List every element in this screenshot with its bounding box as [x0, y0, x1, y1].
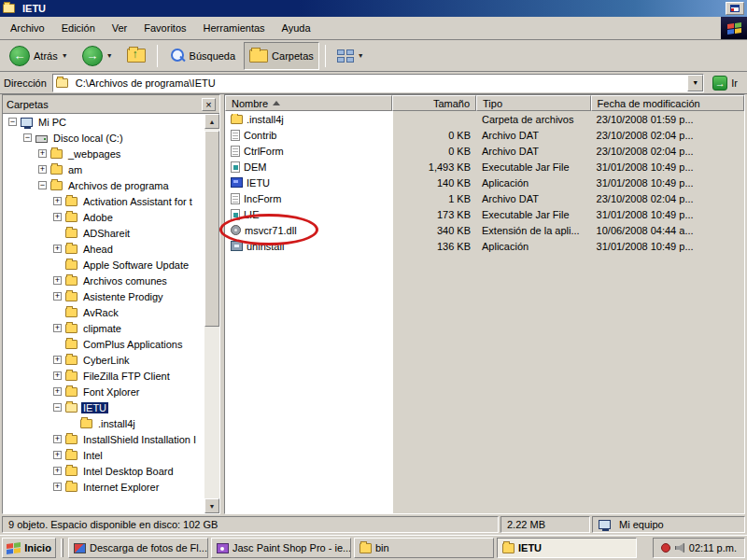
folder-icon — [80, 419, 92, 428]
tree-item-17[interactable]: + Font Xplorer — [3, 384, 204, 399]
tree-expander-icon[interactable]: − — [8, 118, 17, 126]
tree-item-18[interactable]: − IETU — [3, 399, 204, 415]
tree-item-3[interactable]: + am — [3, 161, 204, 177]
menu-item-1[interactable]: Edición — [53, 19, 104, 37]
tree-expander-icon[interactable]: − — [23, 133, 32, 142]
tree-item-label: ComPlus Applications — [81, 339, 184, 350]
tree-item-15[interactable]: + CyberLink — [3, 352, 204, 368]
column-header-2[interactable]: Tipo — [476, 95, 591, 111]
tree-item-10[interactable]: + Archivos comunes — [3, 273, 204, 288]
taskbar-task-0[interactable]: Descarga de fotos de Fl... — [68, 538, 208, 558]
tree-item-21[interactable]: + Intel — [3, 447, 204, 463]
tree-expander-icon[interactable]: + — [53, 483, 62, 491]
back-dropdown-icon[interactable]: ▼ — [62, 52, 68, 59]
tree-item-8[interactable]: + Ahead — [3, 241, 204, 257]
tree-item-9[interactable]: Apple Software Update — [3, 257, 204, 273]
tree-expander-icon[interactable]: − — [53, 403, 62, 412]
scroll-down-button[interactable]: ▼ — [204, 498, 219, 513]
menu-item-2[interactable]: Ver — [104, 19, 136, 37]
tree-item-12[interactable]: AvRack — [3, 304, 204, 320]
folder-icon — [65, 197, 78, 206]
column-header-1[interactable]: Tamaño — [392, 95, 476, 111]
tree-expander-icon[interactable]: + — [53, 451, 62, 459]
tree-expander-icon[interactable]: + — [53, 213, 62, 221]
file-type: Extensión de la apli... — [476, 225, 591, 236]
tree-item-23[interactable]: + Internet Explorer — [3, 479, 204, 495]
column-header-0[interactable]: Nombre — [225, 95, 392, 111]
menu-item-4[interactable]: Herramientas — [195, 19, 274, 37]
file-row-2[interactable]: CtrlForm 0 KB Archivo DAT 23/10/2008 02:… — [225, 143, 744, 159]
tree-expander-icon[interactable]: + — [53, 387, 62, 396]
tree-expander-icon[interactable]: + — [38, 149, 47, 158]
file-row-0[interactable]: .install4j Carpeta de archivos 23/10/200… — [225, 111, 744, 127]
tree-item-0[interactable]: − Mi PC — [3, 114, 204, 130]
tree-expander-icon[interactable]: + — [53, 276, 62, 285]
menu-item-5[interactable]: Ayuda — [274, 19, 319, 37]
taskbar-task-1[interactable]: Jasc Paint Shop Pro - ie... — [211, 538, 351, 558]
back-button[interactable]: ← Atrás ▼ — [4, 42, 74, 70]
start-button[interactable]: Inicio — [2, 538, 56, 558]
views-button[interactable]: ▼ — [331, 42, 370, 70]
taskbar-task-3[interactable]: IETU — [497, 538, 637, 558]
tree-item-6[interactable]: + Adobe — [3, 209, 204, 225]
search-button[interactable]: Búsqueda — [163, 42, 242, 70]
tray-status-icon[interactable] — [661, 543, 670, 553]
tree-expander-icon[interactable]: + — [53, 197, 62, 205]
tree-item-2[interactable]: + _webpages — [3, 146, 204, 161]
tree-expander-icon[interactable]: + — [53, 467, 62, 475]
tree-item-label: Apple Software Update — [81, 259, 190, 271]
drive-icon — [35, 135, 48, 143]
toolbar: ← Atrás ▼ → ▼ Búsqueda Carpetas ▼ — [0, 40, 747, 72]
volume-icon[interactable] — [675, 543, 684, 553]
up-button[interactable] — [121, 42, 151, 70]
tree-item-13[interactable]: + clipmate — [3, 320, 204, 336]
tree-expander-icon[interactable]: − — [38, 181, 47, 189]
forward-dropdown-icon[interactable]: ▼ — [106, 52, 113, 59]
tree-scrollbar[interactable]: ▲ ▼ — [204, 114, 219, 513]
tree-expander-icon[interactable]: + — [53, 292, 62, 301]
file-name: LIE — [244, 209, 260, 220]
scrollbar-thumb[interactable] — [204, 131, 219, 327]
address-input[interactable]: C:\Archivos de programa\IETU ▼ — [52, 74, 704, 92]
scroll-up-button[interactable]: ▲ — [204, 114, 219, 129]
file-row-5[interactable]: IncForm 1 KB Archivo DAT 23/10/2008 02:0… — [225, 190, 744, 206]
start-flag-icon — [7, 541, 21, 553]
tree-item-22[interactable]: + Intel Desktop Board — [3, 463, 204, 479]
menu-item-0[interactable]: Archivo — [2, 19, 53, 37]
folder-up-icon — [127, 49, 146, 63]
tree-expander-icon[interactable]: + — [38, 165, 47, 174]
tree-expander-icon[interactable]: + — [53, 356, 62, 364]
go-button[interactable]: → Ir — [710, 75, 743, 91]
file-row-1[interactable]: Contrib 0 KB Archivo DAT 23/10/2008 02:0… — [225, 127, 744, 143]
tree-item-20[interactable]: + InstallShield Installation I — [3, 431, 204, 447]
views-grid-icon — [337, 49, 354, 63]
taskbar-task-2[interactable]: bin — [354, 538, 494, 558]
tree-item-1[interactable]: − Disco local (C:) — [3, 130, 204, 146]
forward-button[interactable]: → ▼ — [77, 42, 119, 70]
folders-button[interactable]: Carpetas — [244, 42, 319, 70]
column-header-3[interactable]: Fecha de modificación — [591, 95, 744, 111]
tree-item-7[interactable]: ADShareit — [3, 225, 204, 241]
address-dropdown-button[interactable]: ▼ — [687, 75, 703, 91]
file-row-8[interactable]: uninstall 136 KB Aplicación 31/01/2008 1… — [225, 238, 744, 254]
tree-item-11[interactable]: + Asistente Prodigy — [3, 288, 204, 304]
tree-item-19[interactable]: .install4j — [3, 415, 204, 431]
file-row-3[interactable]: DEM 1,493 KB Executable Jar File 31/01/2… — [225, 159, 744, 175]
window-control-button[interactable] — [726, 2, 744, 15]
views-dropdown-icon[interactable]: ▼ — [358, 52, 364, 59]
menu-item-3[interactable]: Favoritos — [135, 19, 194, 37]
tree-expander-icon[interactable]: + — [53, 371, 62, 380]
tree-item-14[interactable]: ComPlus Applications — [3, 336, 204, 352]
file-row-6[interactable]: LIE 173 KB Executable Jar File 31/01/200… — [225, 206, 744, 222]
tree-expander-icon[interactable]: + — [53, 435, 62, 443]
tree-item-4[interactable]: − Archivos de programa — [3, 177, 204, 193]
tree-item-5[interactable]: + Activation Assistant for t — [3, 193, 204, 209]
tree-item-16[interactable]: + FileZilla FTP Client — [3, 368, 204, 384]
tree-expander-icon[interactable]: + — [53, 324, 62, 332]
file-row-4[interactable]: IETU 140 KB Aplicación 31/01/2008 10:49 … — [225, 175, 744, 190]
tree-expander-icon[interactable]: + — [53, 245, 62, 253]
sort-indicator-icon — [273, 101, 280, 105]
folder-icon — [65, 387, 78, 397]
file-row-7[interactable]: msvcr71.dll 340 KB Extensión de la apli.… — [225, 222, 744, 238]
close-folders-panel-button[interactable]: × — [202, 98, 216, 111]
